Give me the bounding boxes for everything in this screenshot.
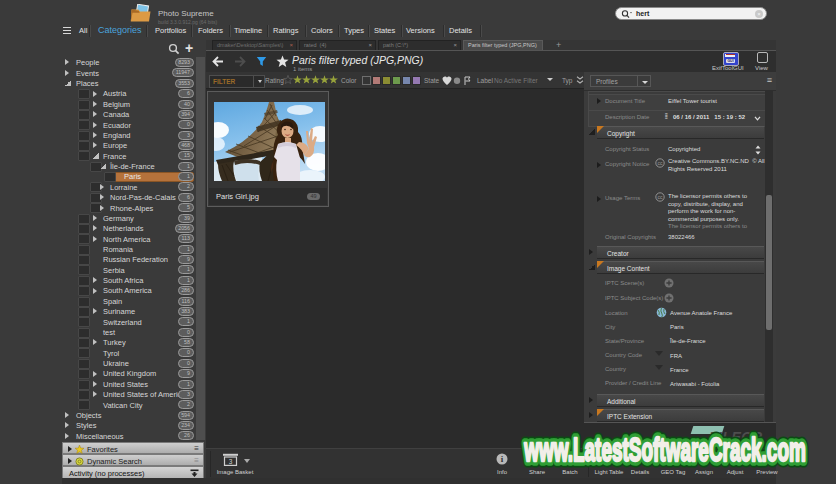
svg-text:cc: cc [658, 160, 664, 166]
svg-text:cc: cc [658, 194, 664, 200]
svg-text:3: 3 [229, 458, 233, 465]
svg-text:www.LatestSoftwareCrack.com: www.LatestSoftwareCrack.com [523, 430, 805, 468]
